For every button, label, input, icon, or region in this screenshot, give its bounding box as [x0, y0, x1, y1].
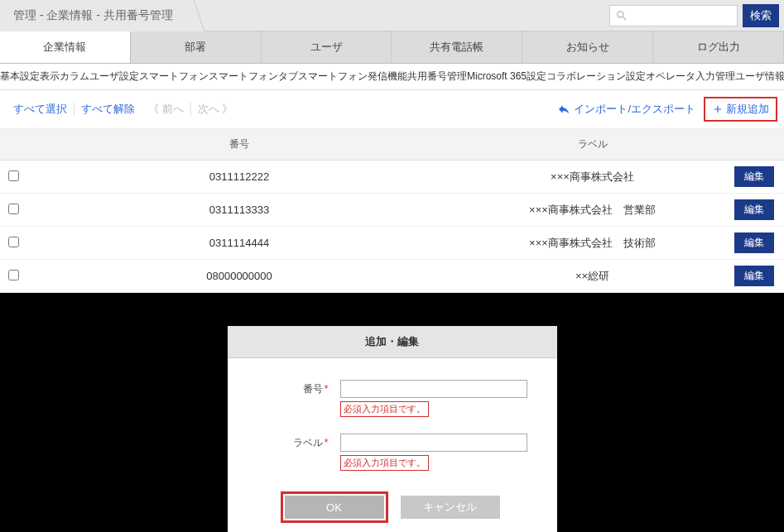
search-icon — [615, 9, 628, 22]
subtab[interactable]: スマートフォン — [139, 64, 209, 90]
subtab[interactable]: 表示カラム — [40, 64, 89, 90]
sub-tabs: 基本設定 表示カラム ユーザ設定 スマートフォン スマートフォンタブ スマートフ… — [0, 64, 784, 90]
subtab[interactable]: 基本設定 — [0, 64, 40, 90]
row-label: ×××商事株式会社 技術部 — [450, 236, 734, 251]
subtab[interactable]: オペレータ入力管理 — [646, 64, 735, 90]
table-row: 08000000000 ××総研 編集 — [0, 260, 784, 293]
edit-button[interactable]: 編集 — [734, 166, 774, 187]
grid-header: 番号 ラベル — [0, 129, 784, 161]
row-checkbox[interactable] — [8, 237, 19, 247]
plus-icon — [712, 103, 724, 115]
tab-department[interactable]: 部署 — [131, 31, 262, 63]
label-field-label: ラベル* — [253, 434, 329, 450]
row-number: 08000000000 — [28, 270, 450, 282]
import-export-label: インポート/エクスポート — [574, 102, 695, 117]
add-new-button[interactable]: 新規追加 — [704, 97, 777, 122]
row-number: 0311113333 — [28, 204, 450, 216]
label-input[interactable] — [340, 434, 527, 452]
table-row: 0311113333 ×××商事株式会社 営業部 編集 — [0, 194, 784, 227]
search-box[interactable] — [609, 5, 738, 26]
breadcrumb: 管理 - 企業情報 - 共用番号管理 — [0, 0, 191, 31]
row-checkbox[interactable] — [8, 204, 19, 214]
search-button[interactable]: 検索 — [743, 4, 779, 27]
subtab[interactable]: Microsoft 365設定 — [467, 64, 546, 90]
tab-notice[interactable]: お知らせ — [522, 31, 653, 63]
edit-button[interactable]: 編集 — [734, 266, 774, 286]
subtab[interactable]: コラボレーション設定 — [546, 64, 646, 90]
label-error: 必須入力項目です。 — [340, 455, 429, 471]
tab-log[interactable]: ログ出力 — [653, 31, 784, 63]
reply-arrow-icon — [557, 103, 570, 116]
column-number: 番号 — [28, 129, 450, 160]
row-label: ×××商事株式会社 営業部 — [450, 203, 734, 218]
tab-user[interactable]: ユーザ — [262, 31, 392, 63]
row-label: ××総研 — [450, 269, 734, 284]
deselect-all-link[interactable]: すべて解除 — [75, 102, 142, 117]
row-label: ×××商事株式会社 — [450, 170, 734, 185]
row-checkbox[interactable] — [8, 170, 19, 181]
toolbar: すべて選択 すべて解除 《 前へ 次へ 》 インポート/エクスポート 新規追加 — [0, 90, 784, 129]
modal-title: 追加・編集 — [228, 326, 557, 358]
subtab[interactable]: ユーザ情報出力管理 — [735, 64, 784, 90]
import-export-link[interactable]: インポート/エクスポート — [557, 102, 704, 117]
table-row: 0311112222 ×××商事株式会社 編集 — [0, 161, 784, 194]
subtab[interactable]: ユーザ設定 — [89, 64, 139, 90]
subtab[interactable]: 共用番号管理 — [407, 64, 467, 90]
header: 管理 - 企業情報 - 共用番号管理 検索 — [0, 0, 784, 31]
cancel-button[interactable]: キャンセル — [401, 496, 500, 519]
subtab[interactable]: スマートフォンタブ — [209, 64, 298, 90]
tab-company[interactable]: 企業情報 — [0, 31, 131, 63]
row-number: 0311114444 — [28, 237, 450, 249]
table-row: 0311114444 ×××商事株式会社 技術部 編集 — [0, 227, 784, 260]
main-tabs: 企業情報 部署 ユーザ 共有電話帳 お知らせ ログ出力 — [0, 31, 784, 64]
next-page: 次へ 》 — [191, 102, 240, 117]
edit-button[interactable]: 編集 — [734, 232, 774, 253]
ok-button[interactable]: OK — [285, 496, 384, 519]
row-number: 0311112222 — [28, 170, 450, 183]
add-new-label: 新規追加 — [726, 102, 769, 117]
row-checkbox[interactable] — [8, 270, 19, 280]
column-label: ラベル — [450, 129, 734, 160]
edit-button[interactable]: 編集 — [734, 199, 774, 220]
subtab[interactable]: スマートフォン発信機能 — [298, 64, 407, 90]
select-all-link[interactable]: すべて選択 — [7, 102, 74, 117]
add-edit-modal: 追加・編集 番号* 必須入力項目です。 ラベル* 必須入力項目です。 OK キャ… — [228, 326, 557, 532]
number-input[interactable] — [340, 380, 527, 398]
prev-page: 《 前へ — [142, 102, 190, 117]
tab-shared-phonebook[interactable]: 共有電話帳 — [392, 31, 522, 63]
number-field-label: 番号* — [253, 380, 329, 396]
number-error: 必須入力項目です。 — [340, 401, 429, 417]
